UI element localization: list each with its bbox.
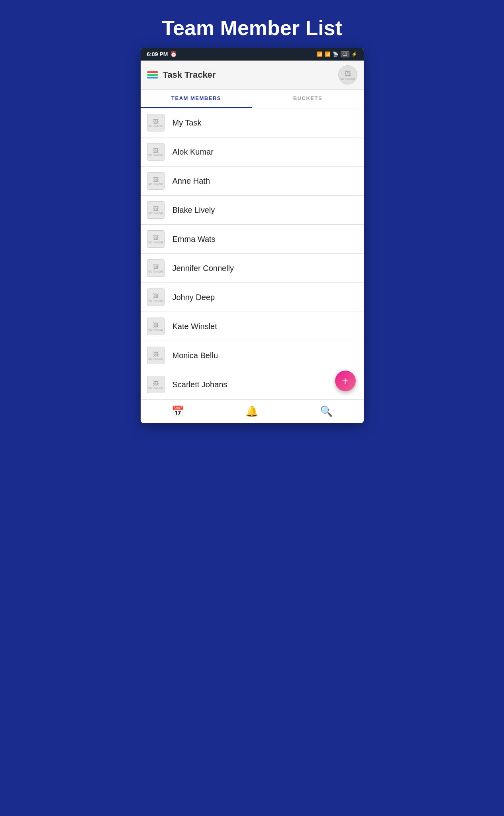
no-image-label: NO IMAGE [148,212,163,215]
member-avatar: 🖼 NO IMAGE [147,376,165,393]
member-avatar: 🖼 NO IMAGE [147,347,165,364]
member-name: Emma Wats [173,235,216,244]
phone-frame: 6:09 PM ⏰ 📶 📶 📡 13 ⚡ Task Tracker 🖼 NO I… [141,48,364,423]
no-image-label: NO IMAGE [148,154,163,157]
bell-icon: 🔔 [245,405,258,418]
nav-search[interactable]: 🔍 [320,405,333,418]
add-member-fab[interactable]: + [335,371,356,391]
no-image-label: NO IMAGE [148,125,163,128]
member-avatar: 🖼 NO IMAGE [147,288,165,306]
member-name: Jennifer Connelly [173,264,234,273]
member-name: Scarlett Johans [173,380,227,389]
list-item[interactable]: 🖼 NO IMAGE Monica Bellu [141,341,364,370]
lightning-icon: ⚡ [351,51,357,57]
member-avatar: 🖼 NO IMAGE [147,259,165,277]
app-name: Task Tracker [163,70,216,80]
list-item[interactable]: 🖼 NO IMAGE Blake Lively [141,196,364,225]
hamburger-menu-icon[interactable] [147,71,158,78]
signal-icon-1: 📶 [317,51,323,57]
avatar-placeholder-icon: 🖼 [153,293,159,299]
page-title: Team Member List [162,16,342,40]
member-avatar: 🖼 NO IMAGE [147,143,165,161]
no-image-label: NO IMAGE [148,328,163,331]
avatar-placeholder-icon: 🖼 [153,351,159,357]
avatar-placeholder-icon: 🖼 [153,322,159,328]
list-item[interactable]: 🖼 NO IMAGE Anne Hath [141,167,364,196]
member-list-container: 🖼 NO IMAGE My Task 🖼 NO IMAGE Alok Kumar… [141,108,364,399]
no-image-label: NO IMAGE [148,299,163,302]
member-avatar: 🖼 NO IMAGE [147,318,165,335]
member-name: Kate Winslet [173,322,217,331]
status-time: 6:09 PM ⏰ [147,51,177,57]
no-image-label: NO IMAGE [148,183,163,186]
avatar-placeholder-icon: 🖼 [153,206,159,212]
calendar-icon: 📅 [171,405,184,418]
member-name: Blake Lively [173,206,215,215]
no-image-label: NO IMAGE [148,270,163,273]
list-item[interactable]: 🖼 NO IMAGE Kate Winslet [141,312,364,341]
avatar-placeholder-icon: 🖼 [153,235,159,241]
tab-buckets[interactable]: BUCKETS [252,90,364,108]
member-name: Alok Kumar [173,147,214,157]
member-name: Anne Hath [173,177,210,186]
member-avatar: 🖼 NO IMAGE [147,230,165,248]
member-avatar: 🖼 NO IMAGE [147,172,165,190]
list-item[interactable]: 🖼 NO IMAGE Johny Deep [141,283,364,312]
nav-calendar[interactable]: 📅 [171,405,184,418]
bottom-nav: 📅 🔔 🔍 [141,399,364,423]
header-left: Task Tracker [147,70,216,80]
avatar-placeholder-icon: 🖼 [153,264,159,270]
avatar-placeholder-icon: 🖼 [153,380,159,386]
member-avatar: 🖼 NO IMAGE [147,201,165,219]
member-list: 🖼 NO IMAGE My Task 🖼 NO IMAGE Alok Kumar… [141,108,364,399]
no-image-label: NO IMAGE [148,241,163,244]
wifi-icon: 📡 [333,51,339,57]
status-icons: 📶 📶 📡 13 ⚡ [317,51,357,57]
list-item[interactable]: 🖼 NO IMAGE Jennifer Connelly [141,254,364,283]
app-header: Task Tracker 🖼 NO IMAGE [141,61,364,90]
member-avatar: 🖼 NO IMAGE [147,114,165,131]
avatar-no-image-text: NO IMAGE [340,77,355,80]
avatar-placeholder-icon: 🖼 [153,118,159,125]
signal-icon-2: 📶 [325,51,331,57]
member-name: My Task [173,118,202,128]
tab-bar: TEAM MEMBERS BUCKETS [141,90,364,108]
alarm-icon: ⏰ [170,51,177,57]
tab-team-members[interactable]: TEAM MEMBERS [141,90,252,108]
search-icon: 🔍 [320,405,333,418]
no-image-label: NO IMAGE [148,386,163,389]
avatar-image-icon: 🖼 [345,70,351,77]
list-item[interactable]: 🖼 NO IMAGE Alok Kumar [141,137,364,167]
nav-notifications[interactable]: 🔔 [245,405,258,418]
status-bar: 6:09 PM ⏰ 📶 📶 📡 13 ⚡ [141,48,364,61]
time-display: 6:09 PM [147,51,168,57]
avatar-placeholder-icon: 🖼 [153,147,159,154]
avatar-placeholder-icon: 🖼 [153,177,159,183]
list-item[interactable]: 🖼 NO IMAGE Scarlett Johans [141,370,364,399]
no-image-label: NO IMAGE [148,357,163,360]
battery-indicator: 13 [341,51,349,57]
header-avatar[interactable]: 🖼 NO IMAGE [338,65,357,84]
list-item[interactable]: 🖼 NO IMAGE Emma Wats [141,225,364,254]
member-name: Johny Deep [173,293,215,302]
member-name: Monica Bellu [173,351,218,360]
list-item[interactable]: 🖼 NO IMAGE My Task [141,108,364,137]
